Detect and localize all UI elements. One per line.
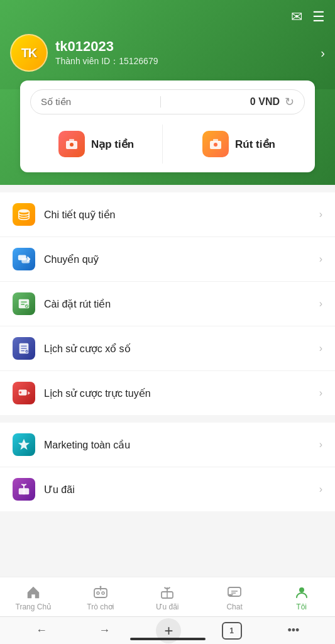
menu-icon[interactable]: ☰ bbox=[312, 9, 325, 25]
online-history-chevron-icon: › bbox=[319, 387, 322, 399]
nav-profile[interactable]: Tôi bbox=[268, 582, 335, 614]
menu-section-1: Chi tiết quỹ tiền › Chuyển quỹ › bbox=[0, 192, 335, 415]
transfer-chevron-icon: › bbox=[319, 253, 322, 265]
bottom-nav: Trang Chủ Trò chơi Ưu đãi Chat bbox=[0, 577, 335, 616]
svg-marker-21 bbox=[18, 439, 30, 450]
nav-games-label: Trò chơi bbox=[87, 602, 114, 611]
balance-amount: 0 VND bbox=[161, 96, 280, 108]
nav-home-label: Trang Chủ bbox=[16, 602, 52, 611]
withdraw-icon bbox=[202, 131, 229, 157]
svg-point-6 bbox=[19, 209, 30, 213]
menu-item-transfer[interactable]: Chuyển quỹ › bbox=[0, 237, 335, 282]
fund-detail-icon bbox=[13, 203, 35, 226]
nav-promotions-label: Ưu đãi bbox=[156, 602, 178, 611]
menu-item-fund-detail[interactable]: Chi tiết quỹ tiền › bbox=[0, 192, 335, 237]
svg-point-26 bbox=[102, 592, 104, 594]
withdraw-settings-icon bbox=[13, 292, 35, 315]
username: tk012023 bbox=[55, 38, 313, 55]
menu-item-withdraw-settings[interactable]: Cài đặt rút tiền › bbox=[0, 282, 335, 326]
menu-text-fund-detail: Chi tiết quỹ tiền bbox=[44, 209, 319, 221]
header-top: ✉ ☰ bbox=[10, 9, 325, 25]
deposit-button[interactable]: Nạp tiền bbox=[30, 125, 163, 164]
svg-rect-2 bbox=[69, 139, 74, 142]
menu-section-2: Marketing toàn cầu › Ưu đãi › bbox=[0, 423, 335, 511]
svg-marker-19 bbox=[28, 391, 30, 395]
lottery-history-chevron-icon: › bbox=[319, 343, 322, 354]
refresh-icon[interactable]: ↻ bbox=[285, 95, 294, 109]
nav-games[interactable]: Trò chơi bbox=[67, 582, 135, 614]
lottery-history-icon bbox=[13, 337, 35, 360]
nav-chat[interactable]: Chat bbox=[201, 582, 268, 614]
message-icon[interactable]: ✉ bbox=[291, 9, 302, 25]
nav-profile-label: Tôi bbox=[296, 602, 307, 611]
profile-chevron-icon[interactable]: › bbox=[321, 46, 325, 60]
withdraw-settings-chevron-icon: › bbox=[319, 298, 322, 309]
menu-item-lottery-history[interactable]: Lịch sử cược xổ số › bbox=[0, 326, 335, 371]
withdraw-button[interactable]: Rút tiền bbox=[173, 125, 305, 164]
svg-point-1 bbox=[70, 143, 74, 147]
avatar: TK bbox=[10, 34, 48, 72]
svg-point-20 bbox=[19, 391, 22, 394]
menu-item-marketing[interactable]: Marketing toàn cầu › bbox=[0, 423, 335, 467]
balance-label: Số tiền bbox=[41, 96, 161, 108]
user-info: tk012023 Thành viên ID：15126679 bbox=[55, 38, 313, 67]
browser-back-button[interactable]: ← bbox=[30, 619, 53, 642]
menu-item-online-history[interactable]: Lịch sử cược trực tuyến › bbox=[0, 371, 335, 415]
menu-text-withdraw-settings: Cài đặt rút tiền bbox=[44, 298, 319, 310]
deposit-icon bbox=[58, 131, 85, 157]
browser-forward-button[interactable]: → bbox=[93, 619, 116, 642]
marketing-icon bbox=[13, 433, 35, 456]
header-section: ✉ ☰ TK tk012023 Thành viên ID：15126679 › bbox=[0, 0, 335, 89]
menu-text-transfer: Chuyển quỹ bbox=[44, 253, 319, 265]
svg-point-25 bbox=[97, 592, 99, 594]
fund-detail-chevron-icon: › bbox=[319, 209, 322, 220]
menu-text-lottery-history: Lịch sử cược xổ số bbox=[44, 343, 319, 355]
balance-section: Số tiền 0 VND ↻ Nạp tiền bbox=[20, 80, 315, 172]
home-indicator bbox=[130, 638, 206, 640]
menu-text-online-history: Lịch sử cược trực tuyến bbox=[44, 387, 319, 399]
marketing-chevron-icon: › bbox=[319, 439, 322, 450]
avatar-text: TK bbox=[21, 46, 37, 60]
svg-rect-23 bbox=[23, 488, 25, 494]
menu-text-promotions: Ưu đãi bbox=[44, 484, 319, 496]
member-id: Thành viên ID：15126679 bbox=[55, 56, 313, 67]
menu-text-marketing: Marketing toàn cầu bbox=[44, 439, 319, 451]
svg-point-4 bbox=[214, 143, 217, 147]
action-buttons: Nạp tiền Rút tiền bbox=[30, 125, 305, 164]
nav-home[interactable]: Trang Chủ bbox=[0, 582, 67, 614]
browser-more-button[interactable]: ••• bbox=[282, 619, 305, 642]
menu-item-promotions[interactable]: Ưu đãi › bbox=[0, 467, 335, 511]
promotions-icon bbox=[13, 478, 35, 501]
user-profile-row[interactable]: TK tk012023 Thành viên ID：15126679 › bbox=[10, 34, 325, 72]
svg-rect-5 bbox=[213, 139, 218, 142]
nav-chat-label: Chat bbox=[226, 602, 242, 611]
nav-promotions[interactable]: Ưu đãi bbox=[134, 582, 201, 614]
online-history-icon bbox=[13, 382, 35, 404]
balance-row: Số tiền 0 VND ↻ bbox=[30, 89, 305, 114]
svg-point-34 bbox=[299, 587, 304, 592]
promotions-chevron-icon: › bbox=[319, 484, 322, 495]
transfer-icon bbox=[13, 248, 35, 270]
svg-point-28 bbox=[99, 586, 101, 588]
browser-tab-count[interactable]: 1 bbox=[222, 622, 242, 640]
